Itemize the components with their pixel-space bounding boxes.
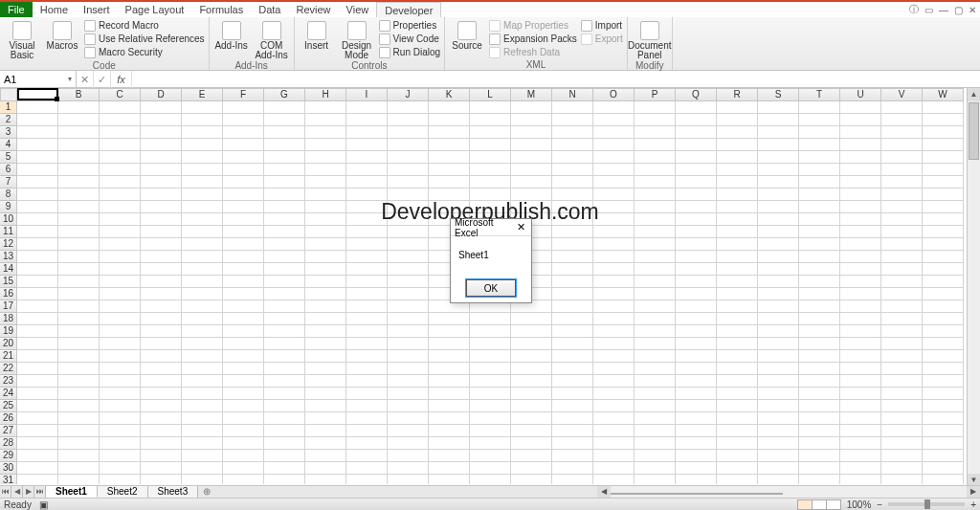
cell[interactable] bbox=[182, 388, 223, 400]
cell[interactable] bbox=[635, 325, 676, 338]
cell[interactable] bbox=[346, 313, 388, 325]
cell[interactable] bbox=[429, 101, 470, 114]
cell[interactable] bbox=[511, 325, 552, 338]
cell[interactable] bbox=[593, 475, 635, 484]
row-header[interactable]: 30 bbox=[0, 462, 17, 475]
cell[interactable] bbox=[799, 400, 840, 412]
cell[interactable] bbox=[58, 300, 100, 313]
cell[interactable] bbox=[58, 437, 100, 450]
cell[interactable] bbox=[17, 437, 58, 450]
cell[interactable] bbox=[388, 475, 429, 484]
row-header[interactable]: 15 bbox=[0, 276, 17, 288]
cell[interactable] bbox=[552, 276, 593, 288]
cell[interactable] bbox=[923, 288, 964, 300]
cell[interactable] bbox=[470, 462, 511, 475]
cell[interactable] bbox=[429, 462, 470, 475]
cell[interactable] bbox=[100, 325, 141, 338]
cell[interactable] bbox=[840, 475, 881, 484]
cell[interactable] bbox=[429, 400, 470, 412]
cell[interactable] bbox=[346, 437, 388, 450]
cell[interactable] bbox=[676, 164, 717, 176]
cell[interactable] bbox=[840, 300, 881, 313]
cell[interactable] bbox=[141, 114, 182, 126]
cell[interactable] bbox=[881, 176, 923, 188]
vscroll-thumb[interactable] bbox=[969, 102, 979, 160]
cell[interactable] bbox=[264, 251, 305, 263]
cell[interactable] bbox=[182, 114, 223, 126]
row-header[interactable]: 6 bbox=[0, 164, 17, 176]
cell[interactable] bbox=[552, 188, 593, 201]
cell[interactable] bbox=[881, 101, 923, 114]
cell[interactable] bbox=[223, 313, 264, 325]
cell[interactable] bbox=[346, 164, 388, 176]
cell[interactable] bbox=[552, 226, 593, 238]
cell[interactable] bbox=[305, 363, 346, 375]
cell[interactable] bbox=[676, 363, 717, 375]
cell[interactable] bbox=[635, 263, 676, 276]
cell[interactable] bbox=[429, 126, 470, 139]
cell[interactable] bbox=[100, 400, 141, 412]
cell[interactable] bbox=[141, 288, 182, 300]
cell[interactable] bbox=[223, 238, 264, 251]
cell[interactable] bbox=[470, 350, 511, 363]
cell[interactable] bbox=[676, 388, 717, 400]
cell[interactable] bbox=[264, 139, 305, 151]
cell[interactable] bbox=[511, 437, 552, 450]
cell[interactable] bbox=[346, 263, 388, 276]
cell[interactable] bbox=[881, 139, 923, 151]
cell[interactable] bbox=[58, 375, 100, 388]
row-header[interactable]: 22 bbox=[0, 363, 17, 375]
cell[interactable] bbox=[758, 251, 799, 263]
cell[interactable] bbox=[182, 475, 223, 484]
cell[interactable] bbox=[58, 238, 100, 251]
cell[interactable] bbox=[923, 151, 964, 164]
cell[interactable] bbox=[388, 176, 429, 188]
design-mode-button[interactable]: Design Mode bbox=[339, 19, 375, 60]
cell[interactable] bbox=[17, 164, 58, 176]
cell[interactable] bbox=[552, 176, 593, 188]
cell[interactable] bbox=[305, 151, 346, 164]
cell[interactable] bbox=[593, 363, 635, 375]
cell[interactable] bbox=[881, 400, 923, 412]
cell[interactable] bbox=[511, 313, 552, 325]
cell[interactable] bbox=[840, 437, 881, 450]
cell[interactable] bbox=[346, 400, 388, 412]
cell[interactable] bbox=[305, 338, 346, 350]
cell[interactable] bbox=[388, 288, 429, 300]
cell[interactable] bbox=[305, 238, 346, 251]
cell[interactable] bbox=[305, 201, 346, 213]
cell[interactable] bbox=[635, 388, 676, 400]
cell[interactable] bbox=[470, 114, 511, 126]
cell[interactable] bbox=[635, 101, 676, 114]
cell[interactable] bbox=[429, 313, 470, 325]
cell[interactable] bbox=[305, 276, 346, 288]
cell[interactable] bbox=[635, 425, 676, 437]
cell[interactable] bbox=[635, 313, 676, 325]
cell[interactable] bbox=[346, 363, 388, 375]
cell[interactable] bbox=[511, 338, 552, 350]
row-header[interactable]: 25 bbox=[0, 400, 17, 412]
cell[interactable] bbox=[429, 375, 470, 388]
cell[interactable] bbox=[593, 226, 635, 238]
cell[interactable] bbox=[552, 114, 593, 126]
cell[interactable] bbox=[223, 462, 264, 475]
cell[interactable] bbox=[593, 101, 635, 114]
row-header[interactable]: 12 bbox=[0, 238, 17, 251]
cell[interactable] bbox=[881, 462, 923, 475]
cell[interactable] bbox=[635, 350, 676, 363]
cell[interactable] bbox=[182, 288, 223, 300]
cell[interactable] bbox=[141, 238, 182, 251]
window-close-icon[interactable]: ✕ bbox=[969, 5, 976, 15]
cell[interactable] bbox=[182, 363, 223, 375]
cell[interactable] bbox=[593, 437, 635, 450]
cell[interactable] bbox=[511, 363, 552, 375]
cell[interactable] bbox=[388, 151, 429, 164]
cell[interactable] bbox=[840, 139, 881, 151]
cell[interactable] bbox=[799, 238, 840, 251]
sheet-nav-last-icon[interactable]: ⏭ bbox=[34, 486, 46, 498]
cell[interactable] bbox=[223, 325, 264, 338]
cell[interactable] bbox=[58, 462, 100, 475]
cell[interactable] bbox=[264, 201, 305, 213]
column-header[interactable]: C bbox=[100, 88, 141, 101]
cell[interactable] bbox=[635, 475, 676, 484]
